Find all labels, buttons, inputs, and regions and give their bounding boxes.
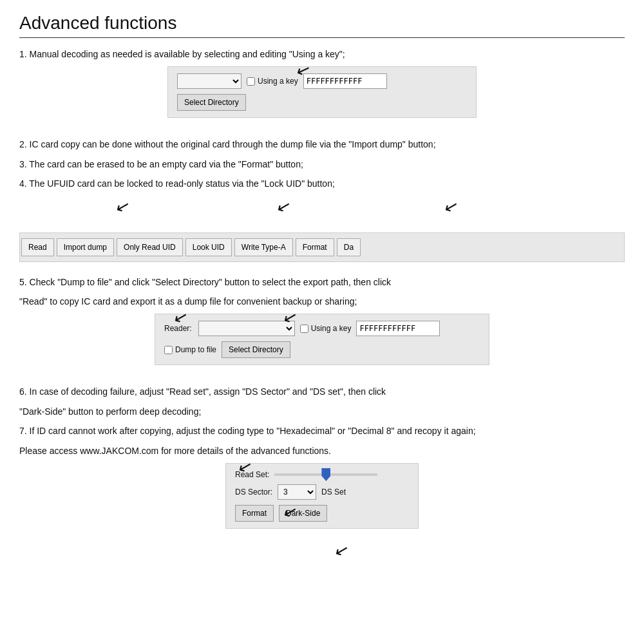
ui-panel-6-row2: DS Sector: 3 DS Set <box>235 484 409 500</box>
reader-select[interactable] <box>198 321 295 336</box>
select-directory-button-5[interactable]: Select Directory <box>222 341 290 358</box>
using-a-key-text: Using a key <box>258 77 298 86</box>
using-a-key-text-5: Using a key <box>311 324 352 333</box>
arrows-section-234: ↙ ↙ ↙ <box>19 196 625 229</box>
section-4-text: 4. The UFUID card can be locked to read-… <box>19 176 625 191</box>
section-1: 1. Manual decoding as needed is availabl… <box>19 47 625 124</box>
section-6-text-2: "Dark-Side" button to perform deep decod… <box>19 404 625 419</box>
ui-panel-6-row3: Format Dark-Side <box>235 505 409 522</box>
ui-panel-1-row2: Select Directory <box>177 94 467 111</box>
key-input-5[interactable] <box>356 321 440 336</box>
format-button-6[interactable]: Format <box>235 505 274 522</box>
dump-to-file-text: Dump to file <box>175 345 216 354</box>
read-button[interactable]: Read <box>21 238 54 256</box>
da-button[interactable]: Da <box>337 238 361 256</box>
section-1-text: 1. Manual decoding as needed is availabl… <box>19 47 625 61</box>
look-uid-button[interactable]: Look UID <box>185 238 232 256</box>
page-title: Advanced functions <box>19 13 625 38</box>
ui-panel-5-row1: Reader: Using a key <box>164 321 480 336</box>
ds-sector-select[interactable]: 3 <box>278 484 316 500</box>
arrow-6c: ↙ <box>332 539 351 562</box>
using-a-key-label: Using a key <box>247 77 298 86</box>
section-6-text-1: 6. In case of decoding failure, adjust "… <box>19 384 625 399</box>
section-5-text-2: "Read" to copy IC card and export it as … <box>19 294 625 308</box>
ui-panel-6-row1: Read Set: <box>235 470 409 479</box>
using-a-key-label-5: Using a key <box>300 324 352 333</box>
using-a-key-checkbox-5[interactable] <box>300 325 308 333</box>
using-a-key-checkbox[interactable] <box>247 77 255 86</box>
arrow-2: ↙ <box>113 194 132 218</box>
ui-panel-5-row2: Dump to file Select Directory <box>164 341 480 358</box>
section-678: 6. In case of decoding failure, adjust "… <box>19 384 625 535</box>
ui-panel-1: Using a key Select Directory <box>167 66 477 118</box>
read-set-slider-container <box>274 471 409 478</box>
arrow-3: ↙ <box>274 194 293 218</box>
ui-panel-1-row1: Using a key <box>177 73 467 89</box>
section-234: 2. IC card copy can be done without the … <box>19 137 625 261</box>
ui-panel-5: Reader: Using a key Dump to file <box>155 314 489 365</box>
button-bar: Read Import dump Only Read UID Look UID … <box>19 232 625 262</box>
section-7-text: 7. If ID card cannot work after copying,… <box>19 424 625 438</box>
section-2-text: 2. IC card copy can be done without the … <box>19 137 625 151</box>
section-5-text-1: 5. Check "Dump to file" and click "Selec… <box>19 275 625 289</box>
select-directory-button-1[interactable]: Select Directory <box>177 94 246 111</box>
slider-thumb[interactable] <box>321 468 330 481</box>
only-read-uid-button[interactable]: Only Read UID <box>117 238 183 256</box>
key-input-1[interactable] <box>303 73 387 89</box>
ds-set-label: DS Set <box>321 488 346 497</box>
ds-sector-label: DS Sector: <box>235 488 272 497</box>
write-type-a-button[interactable]: Write Type-A <box>234 238 293 256</box>
import-dump-button[interactable]: Import dump <box>57 238 114 256</box>
dump-to-file-label: Dump to file <box>164 345 216 354</box>
section-8-text: Please access www.JAKCOM.com for more de… <box>19 444 625 458</box>
ui-panel-6: Read Set: DS Sector: 3 DS Set <box>225 463 419 529</box>
slider-track <box>274 473 377 476</box>
format-button-bar[interactable]: Format <box>296 238 334 256</box>
key-select[interactable] <box>177 73 242 89</box>
section-3-text: 3. The card can be erased to be an empty… <box>19 157 625 171</box>
dump-to-file-checkbox[interactable] <box>164 346 173 354</box>
section-5: 5. Check "Dump to file" and click "Selec… <box>19 275 625 372</box>
arrow-4: ↙ <box>442 194 460 218</box>
